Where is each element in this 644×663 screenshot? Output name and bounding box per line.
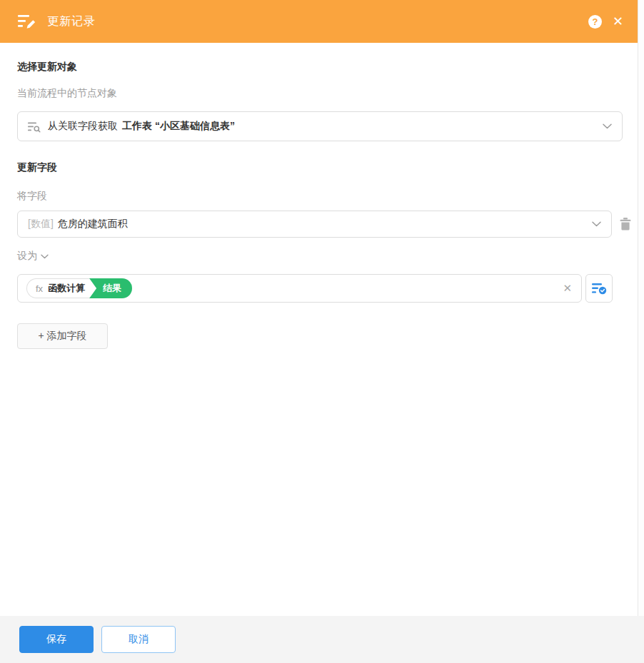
- edit-list-icon: [18, 14, 37, 30]
- add-field-button[interactable]: + 添加字段: [17, 323, 108, 349]
- field-label: 将字段: [17, 190, 638, 203]
- chevron-down-icon: [592, 221, 601, 227]
- field-select-value: 危房的建筑面积: [58, 218, 128, 231]
- node-object-label: 当前流程中的节点对象: [17, 87, 638, 100]
- node-select-value: 工作表 “小区基础信息表”: [122, 120, 235, 133]
- select-target-heading: 选择更新对象: [17, 61, 638, 74]
- dialog-footer: 保存 取消: [0, 616, 644, 663]
- dialog-title: 更新记录: [47, 14, 96, 29]
- node-object-select[interactable]: 从关联字段获取 工作表 “小区基础信息表”: [17, 111, 623, 141]
- save-button[interactable]: 保存: [19, 626, 94, 653]
- dialog-body: 选择更新对象 当前流程中的节点对象 从关联字段获取 工作表 “小区基础信息表”: [0, 61, 638, 349]
- select-field-value-button[interactable]: [585, 274, 613, 303]
- value-row: fx 函数计算 结果 ✕: [17, 274, 638, 303]
- field-row: [数值] 危房的建筑面积: [17, 211, 638, 238]
- dialog-titlebar: 更新记录 ? ✕: [0, 0, 638, 43]
- help-icon[interactable]: ?: [588, 15, 602, 29]
- formula-chip-body: fx 函数计算: [26, 278, 96, 298]
- list-check-icon: [592, 283, 607, 295]
- formula-chip[interactable]: fx 函数计算 结果: [26, 278, 132, 298]
- formula-chip-name: 函数计算: [48, 282, 85, 295]
- cancel-button[interactable]: 取消: [101, 626, 176, 653]
- update-fields-heading: 更新字段: [17, 161, 638, 174]
- filter-search-icon: [28, 121, 41, 133]
- fx-icon: fx: [36, 283, 43, 294]
- set-to-label: 设为: [17, 250, 37, 263]
- clear-value-icon[interactable]: ✕: [563, 275, 572, 302]
- vertical-scrollbar[interactable]: [638, 0, 644, 616]
- close-icon[interactable]: ✕: [613, 15, 623, 28]
- update-record-dialog: 更新记录 ? ✕ 选择更新对象 当前流程中的节点对象 从关联: [0, 0, 644, 663]
- delete-field-button[interactable]: [620, 218, 631, 231]
- chevron-down-icon: [41, 254, 49, 259]
- node-select-prefix: 从关联字段获取: [48, 120, 118, 133]
- set-to-dropdown[interactable]: 设为: [17, 250, 60, 263]
- field-type-tag: [数值]: [28, 218, 54, 231]
- formula-value-input[interactable]: fx 函数计算 结果 ✕: [17, 274, 582, 303]
- field-select[interactable]: [数值] 危房的建筑面积: [17, 211, 612, 238]
- chevron-down-icon: [603, 123, 612, 129]
